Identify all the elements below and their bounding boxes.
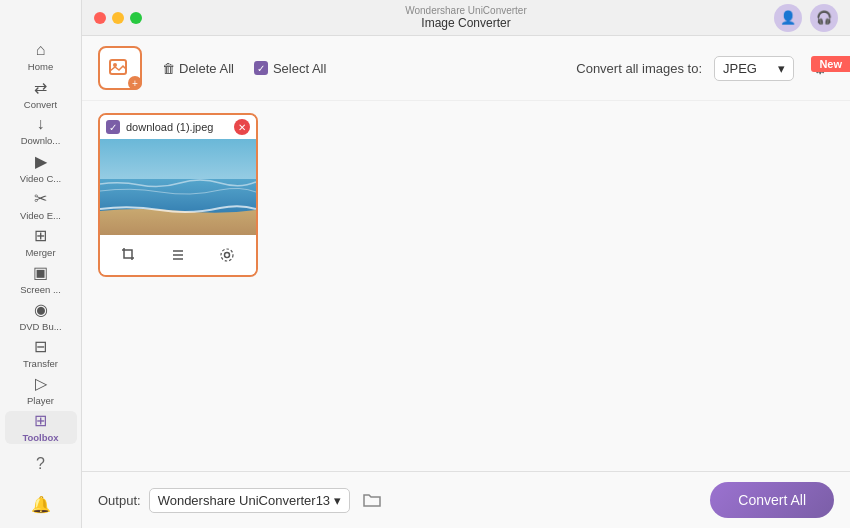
plus-badge: + [128, 76, 142, 90]
convert-all-button[interactable]: Convert All [710, 482, 834, 518]
sidebar: ⌂ Home ⇄ Convert ↓ Downlo... ▶ Video C..… [0, 0, 82, 528]
crop-icon [121, 247, 137, 263]
output-path-dropdown[interactable]: Wondershare UniConverter13 ▾ [149, 488, 350, 513]
toolbar: + 🗑 Delete All ✓ Select All Convert all … [82, 36, 850, 101]
sidebar-item-label: Convert [24, 99, 57, 110]
delete-all-button[interactable]: 🗑 Delete All [154, 57, 242, 80]
svg-point-8 [221, 249, 233, 261]
home-icon: ⌂ [36, 41, 46, 59]
sidebar-item-label: Screen ... [20, 284, 61, 295]
sidebar-item-merger[interactable]: ⊞ Merger [5, 225, 77, 258]
crop-action-button[interactable] [115, 241, 143, 269]
help-button[interactable]: ? [25, 448, 57, 480]
toolbox-icon: ⊞ [34, 411, 47, 430]
sidebar-item-label: DVD Bu... [19, 321, 61, 332]
sidebar-item-label: Transfer [23, 358, 58, 369]
sidebar-item-transfer[interactable]: ⊟ Transfer [5, 337, 77, 370]
image-remove-button[interactable]: ✕ [234, 119, 250, 135]
window-chrome: Wondershare UniConverter Image Converter… [82, 0, 850, 36]
traffic-lights [94, 12, 142, 24]
video-edit-icon: ✂ [34, 189, 47, 208]
sidebar-item-download[interactable]: ↓ Downlo... [5, 114, 77, 147]
gear-icon [219, 247, 235, 263]
sidebar-item-dvd[interactable]: ◉ DVD Bu... [5, 300, 77, 333]
image-item-header: ✓ download (1).jpeg ✕ [100, 115, 256, 139]
sidebar-item-label: Home [28, 61, 53, 72]
list-icon [170, 247, 186, 263]
image-filename: download (1).jpeg [126, 121, 228, 133]
add-image-icon [109, 57, 131, 79]
sidebar-item-convert[interactable]: ⇄ Convert [5, 77, 77, 110]
sidebar-item-toolbox[interactable]: ⊞ Toolbox [5, 411, 77, 444]
merger-icon: ⊞ [34, 226, 47, 245]
sidebar-item-player[interactable]: ▷ Player [5, 374, 77, 407]
window-title: Wondershare UniConverter Image Converter [405, 5, 527, 30]
image-actions [100, 235, 256, 275]
support-icon[interactable]: 🎧 [810, 4, 838, 32]
video-compress-icon: ▶ [35, 152, 47, 171]
player-icon: ▷ [35, 374, 47, 393]
main-panel: Wondershare UniConverter Image Converter… [82, 0, 850, 528]
sidebar-item-video-edit[interactable]: ✂ Video E... [5, 188, 77, 221]
trash-icon: 🗑 [162, 61, 175, 76]
image-checkbox[interactable]: ✓ [106, 120, 120, 134]
new-badge: New [811, 56, 850, 72]
sidebar-item-video-compress[interactable]: ▶ Video C... [5, 151, 77, 184]
chevron-down-icon: ▾ [778, 61, 785, 76]
close-button[interactable] [94, 12, 106, 24]
format-dropdown[interactable]: JPEG ▾ [714, 56, 794, 81]
minimize-button[interactable] [112, 12, 124, 24]
screen-icon: ▣ [33, 263, 48, 282]
sidebar-item-label: Downlo... [21, 135, 61, 146]
sidebar-item-label: Toolbox [22, 432, 58, 443]
preview-image [100, 139, 256, 235]
sidebar-item-label: Merger [25, 247, 55, 258]
select-all-label[interactable]: ✓ Select All [254, 61, 326, 76]
content-area: ✓ download (1).jpeg ✕ [82, 101, 850, 471]
folder-icon [363, 492, 381, 508]
sidebar-item-label: Player [27, 395, 54, 406]
transfer-icon: ⊟ [34, 337, 47, 356]
footer: Output: Wondershare UniConverter13 ▾ Con… [82, 471, 850, 528]
browse-folder-button[interactable] [358, 486, 386, 514]
top-right-controls: 👤 🎧 [774, 4, 838, 32]
sidebar-item-screen[interactable]: ▣ Screen ... [5, 263, 77, 296]
sidebar-item-home[interactable]: ⌂ Home [5, 40, 77, 73]
convert-icon: ⇄ [34, 78, 47, 97]
sidebar-bottom: ? 🔔 [25, 448, 57, 520]
maximize-button[interactable] [130, 12, 142, 24]
chevron-down-icon: ▾ [334, 493, 341, 508]
dvd-icon: ◉ [34, 300, 48, 319]
sidebar-item-label: Video C... [20, 173, 62, 184]
image-item: ✓ download (1).jpeg ✕ [98, 113, 258, 277]
user-icon[interactable]: 👤 [774, 4, 802, 32]
notification-button[interactable]: 🔔 [25, 488, 57, 520]
output-label: Output: [98, 493, 141, 508]
image-preview [100, 139, 256, 235]
convert-label: Convert all images to: [576, 61, 702, 76]
select-all-checkbox[interactable]: ✓ [254, 61, 268, 75]
add-image-button[interactable]: + [98, 46, 142, 90]
info-action-button[interactable] [164, 241, 192, 269]
sidebar-item-label: Video E... [20, 210, 61, 221]
svg-point-7 [225, 253, 230, 258]
download-icon: ↓ [37, 115, 45, 133]
settings-action-button[interactable] [213, 241, 241, 269]
